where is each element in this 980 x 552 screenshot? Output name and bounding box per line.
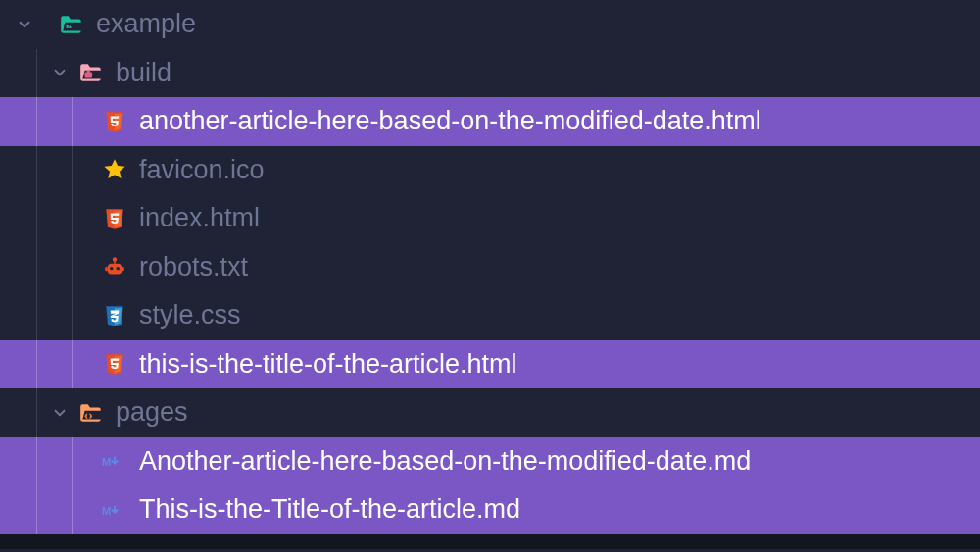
file-label: another-article-here-based-on-the-modifi… [139, 106, 761, 136]
chevron-down-icon [51, 404, 69, 422]
html-file-icon [102, 351, 127, 376]
bottom-bar [0, 534, 980, 549]
html-file-icon [102, 109, 127, 134]
tree-row-pages[interactable]: pages [0, 388, 980, 437]
tree-row-style[interactable]: style.css [0, 291, 980, 340]
svg-text:M: M [102, 456, 111, 468]
file-label: favicon.ico [139, 155, 265, 185]
file-label: index.html [139, 203, 260, 233]
tree-row-title-article-html[interactable]: this-is-the-title-of-the-article.html [0, 340, 980, 389]
folder-label: build [116, 58, 172, 88]
folder-label: example [96, 9, 196, 39]
tree-row-favicon[interactable]: favicon.ico [0, 146, 980, 195]
folder-open-icon [78, 60, 104, 85]
folder-open-icon [59, 12, 84, 37]
robot-icon [102, 254, 127, 279]
file-label: robots.txt [139, 252, 248, 282]
file-label: Another-article-here-based-on-the-modifi… [139, 446, 751, 477]
file-label: style.css [139, 300, 241, 330]
tree-row-robots[interactable]: robots.txt [0, 243, 980, 292]
chevron-down-icon [51, 64, 69, 81]
css-file-icon [102, 303, 127, 328]
tree-row-title-article-md[interactable]: M This-is-the-Title-of-the-article.md [0, 485, 980, 534]
svg-point-8 [117, 267, 120, 270]
file-label: This-is-the-Title-of-the-article.md [139, 494, 520, 525]
tree-row-another-article-md[interactable]: M Another-article-here-based-on-the-modi… [0, 437, 980, 486]
folder-label: pages [116, 397, 188, 427]
svg-rect-6 [107, 264, 122, 275]
markdown-file-icon: M [102, 497, 127, 523]
markdown-file-icon: M [102, 448, 127, 474]
svg-rect-9 [105, 267, 107, 271]
file-label: this-is-the-title-of-the-article.html [139, 349, 517, 379]
chevron-down-icon [16, 16, 33, 33]
folder-open-icon [78, 400, 104, 426]
svg-rect-10 [122, 267, 124, 271]
svg-rect-3 [87, 71, 90, 73]
tree-row-build[interactable]: build [0, 49, 980, 98]
svg-text:M: M [102, 504, 111, 516]
tree-row-index[interactable]: index.html [0, 194, 980, 243]
svg-rect-2 [85, 73, 93, 78]
tree-row-another-article-html[interactable]: another-article-here-based-on-the-modifi… [0, 97, 980, 146]
svg-rect-5 [114, 261, 116, 264]
svg-point-7 [110, 267, 113, 270]
favicon-star-icon [102, 157, 127, 182]
html-file-icon [102, 206, 127, 231]
tree-row-example[interactable]: example [0, 0, 980, 49]
